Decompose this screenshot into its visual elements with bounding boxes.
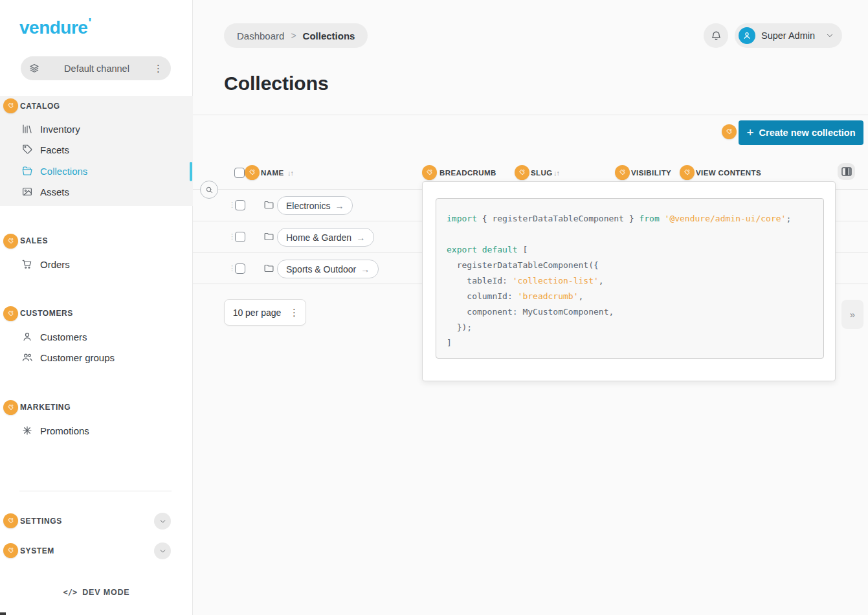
column-header-visibility[interactable]: VISIBILITY (631, 169, 671, 177)
column-settings-button[interactable] (838, 163, 855, 180)
sidebar-item-customers[interactable]: Customers (21, 328, 87, 346)
column-header-breadcrumb[interactable]: BREADCRUMB (440, 169, 496, 177)
collection-link[interactable]: Sports & Outdoor → (277, 260, 379, 278)
select-all-checkbox[interactable] (234, 168, 245, 178)
notifications-button[interactable] (704, 23, 728, 48)
user-name: Super Admin (761, 30, 819, 41)
per-page-label: 10 per page (225, 308, 289, 318)
code-line (447, 227, 813, 242)
breadcrumb-dashboard-link[interactable]: Dashboard (237, 30, 284, 41)
row-checkbox[interactable] (235, 232, 245, 242)
sort-icon[interactable]: ↓↑ (287, 169, 293, 177)
collection-link[interactable]: Home & Garden → (277, 228, 374, 247)
snowflake-icon (21, 425, 33, 436)
sidebar-item-label: Orders (40, 259, 70, 270)
puzzle-icon (725, 128, 733, 136)
puzzle-icon (683, 168, 691, 177)
puzzle-icon (6, 309, 15, 318)
code-line: ] (447, 335, 813, 351)
sidebar-divider (19, 491, 172, 491)
channel-menu-icon[interactable]: ⋮ (153, 63, 163, 73)
user-menu[interactable]: Super Admin (735, 23, 842, 48)
sidebar: vendure Default channel ⋮ CATALOG Invent… (0, 0, 193, 615)
puzzle-icon (425, 168, 434, 177)
row-checkbox[interactable] (235, 200, 245, 210)
sidebar-item-inventory[interactable]: Inventory (21, 120, 80, 138)
create-new-collection-button[interactable]: + Create new collection (739, 120, 863, 145)
dev-mode-plugin-icon[interactable] (3, 98, 18, 113)
folder-icon (263, 263, 274, 274)
code-line: component: MyCustomComponent, (447, 304, 813, 320)
code-line: }); (447, 320, 813, 335)
code-line: import { registerDataTableComponent } fr… (447, 211, 813, 227)
puzzle-icon (618, 168, 627, 177)
system-expand-button[interactable] (154, 542, 171, 559)
columns-icon (841, 167, 852, 176)
sidebar-item-facets[interactable]: Facets (21, 140, 69, 159)
sidebar-item-orders[interactable]: Orders (21, 255, 70, 273)
column-header-slug[interactable]: SLUG (531, 169, 553, 177)
sidebar-item-label: Customers (40, 331, 87, 342)
chevron-down-icon (159, 517, 167, 526)
dev-mode-plugin-icon[interactable] (515, 165, 529, 180)
users-icon (21, 352, 33, 363)
dev-mode-plugin-icon[interactable] (3, 306, 18, 321)
row-checkbox[interactable] (235, 263, 245, 274)
code-line: registerDataTableComponent({ (447, 258, 813, 273)
plus-icon: + (746, 126, 753, 139)
puzzle-icon (518, 168, 526, 177)
cursor-artifact (0, 612, 6, 615)
column-header-name[interactable]: NAME (261, 169, 284, 177)
arrow-right-icon: → (335, 201, 344, 211)
column-header-view-contents[interactable]: VIEW CONTENTS (696, 169, 761, 177)
dev-mode-plugin-icon[interactable] (245, 165, 260, 180)
section-label-system: SYSTEM (20, 544, 54, 557)
settings-expand-button[interactable] (154, 513, 171, 530)
dev-mode-plugin-icon[interactable] (680, 165, 695, 180)
sidebar-item-label: Facets (40, 144, 69, 155)
user-icon (21, 331, 33, 342)
sidebar-item-label: Collections (40, 166, 87, 177)
code-line: tableId: 'collection-list', (447, 273, 813, 289)
items-per-page-selector[interactable]: 10 per page ⋮ (224, 299, 306, 326)
collection-link[interactable]: Electronics → (277, 196, 353, 215)
dev-mode-plugin-icon[interactable] (615, 165, 630, 180)
channel-label: Default channel (40, 63, 153, 74)
dev-mode-toggle[interactable]: </> DEV MODE (0, 588, 193, 597)
dev-mode-plugin-icon[interactable] (3, 513, 18, 528)
create-button-label: Create new collection (759, 128, 856, 138)
sidebar-item-promotions[interactable]: Promotions (21, 421, 89, 440)
collection-name: Sports & Outdoor (286, 264, 356, 274)
vendure-logo[interactable]: vendure (19, 16, 91, 38)
sort-icon[interactable]: ↓↑ (553, 169, 559, 177)
sidebar-item-customer-groups[interactable]: Customer groups (21, 348, 115, 366)
folder-open-icon (21, 165, 33, 177)
tag-icon (21, 144, 33, 155)
dev-mode-plugin-icon[interactable] (3, 543, 18, 558)
dev-mode-plugin-icon[interactable] (3, 400, 18, 415)
table-search-button[interactable] (200, 181, 218, 199)
arrow-right-icon: → (361, 264, 370, 274)
sidebar-item-collections[interactable]: Collections (21, 162, 87, 180)
collection-name: Electronics (286, 201, 330, 211)
layers-icon (28, 63, 40, 74)
arrow-right-icon: → (356, 232, 365, 243)
dev-mode-plugin-icon[interactable] (3, 234, 18, 249)
puzzle-icon (6, 403, 15, 412)
code-snippet: import { registerDataTableComponent } fr… (436, 199, 823, 359)
image-icon (21, 186, 33, 197)
sidebar-item-assets[interactable]: Assets (21, 183, 69, 201)
cart-icon (21, 258, 33, 270)
channel-selector[interactable]: Default channel ⋮ (21, 56, 171, 80)
puzzle-icon (6, 237, 15, 245)
double-chevron-right-icon: » (850, 309, 855, 320)
dev-mode-plugin-icon[interactable] (422, 165, 437, 180)
per-page-menu-icon: ⋮ (289, 308, 299, 317)
code-block: import { registerDataTableComponent } fr… (436, 198, 824, 359)
next-page-button[interactable]: » (841, 300, 863, 329)
breadcrumb-current: Collections (303, 30, 355, 41)
code-brackets-icon: </> (63, 588, 78, 597)
dev-mode-plugin-icon[interactable] (722, 124, 737, 139)
code-line: export default [ (447, 242, 813, 258)
chevron-down-icon (159, 547, 167, 555)
